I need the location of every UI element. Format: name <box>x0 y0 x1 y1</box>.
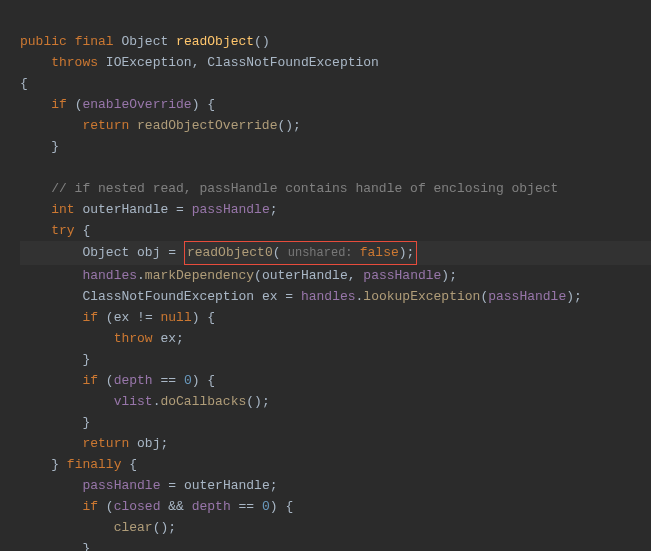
code-editor[interactable]: public final Object readObject() throws … <box>0 0 651 551</box>
code-line: { <box>20 76 28 91</box>
code-line: throws IOException, ClassNotFoundExcepti… <box>20 55 379 70</box>
code-line: if (depth == 0) { <box>20 373 215 388</box>
code-line: return obj; <box>20 436 168 451</box>
method-name: readObject <box>176 34 254 49</box>
code-line: try { <box>20 223 90 238</box>
code-line: passHandle = outerHandle; <box>20 478 278 493</box>
code-line: public final Object readObject() <box>20 34 270 49</box>
keyword-return: return <box>82 118 129 133</box>
code-line: vlist.doCallbacks(); <box>20 394 270 409</box>
keyword-public: public <box>20 34 67 49</box>
keyword-try: try <box>51 223 74 238</box>
code-line: } <box>20 352 90 367</box>
code-line: } <box>20 139 59 154</box>
code-line: } finally { <box>20 457 137 472</box>
parameter-hint: unshared: <box>281 246 360 260</box>
code-line <box>20 160 28 175</box>
keyword-finally: finally <box>67 457 122 472</box>
code-line: return readObjectOverride(); <box>20 118 301 133</box>
code-line: throw ex; <box>20 331 184 346</box>
keyword-throw: throw <box>114 331 153 346</box>
keyword-throws: throws <box>51 55 98 70</box>
code-line: int outerHandle = passHandle; <box>20 202 278 217</box>
code-line: ClassNotFoundException ex = handles.look… <box>20 289 582 304</box>
comment: // if nested read, passHandle contains h… <box>51 181 558 196</box>
keyword-final: final <box>75 34 114 49</box>
keyword-int: int <box>51 202 74 217</box>
highlighted-line: Object obj = readObject0( unshared: fals… <box>20 241 651 265</box>
code-line: clear(); <box>20 520 176 535</box>
code-line: // if nested read, passHandle contains h… <box>20 181 558 196</box>
code-line: } <box>20 415 90 430</box>
type-object: Object <box>121 34 168 49</box>
code-line: if (ex != null) { <box>20 310 215 325</box>
code-line: if (closed && depth == 0) { <box>20 499 293 514</box>
code-line: handles.markDependency(outerHandle, pass… <box>20 268 457 283</box>
highlighted-box: readObject0( unshared: false); <box>184 241 418 265</box>
keyword-if: if <box>51 97 67 112</box>
code-line: } <box>20 541 90 551</box>
code-line: if (enableOverride) { <box>20 97 215 112</box>
